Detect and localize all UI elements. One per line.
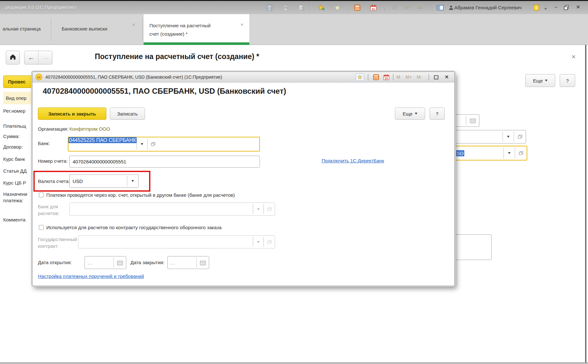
calendar-icon[interactable]: 31 <box>370 4 377 12</box>
maximize-dialog-icon[interactable] <box>432 74 440 81</box>
tab-separator <box>51 18 51 41</box>
corr-bank-field[interactable] <box>69 203 275 216</box>
svg-text:31: 31 <box>385 77 388 80</box>
memory-m-plus-button[interactable]: M+ <box>404 5 411 10</box>
organization-value[interactable]: Конфетпром ООО <box>69 126 110 132</box>
calculator-icon[interactable] <box>353 4 361 12</box>
dropdown-arrow-icon[interactable] <box>253 236 263 248</box>
home-button[interactable] <box>6 51 20 65</box>
calculator-icon[interactable] <box>372 74 380 81</box>
dropdown-arrow-icon[interactable] <box>503 130 514 143</box>
split-window-icon[interactable] <box>436 4 444 12</box>
form-label-contract: Договор: <box>3 144 23 150</box>
memory-m-plus-button[interactable]: M+ <box>405 74 412 80</box>
favorite-star-icon[interactable] <box>356 74 364 81</box>
memory-m-minus-button[interactable]: M- <box>417 74 422 80</box>
form-label-purpose-2: платежа: <box>3 198 23 203</box>
form-label-cb-rate: Курс ЦБ Р <box>3 180 26 186</box>
back-button[interactable]: ← <box>24 51 39 64</box>
page-title: Поступление на расчетный счет (создание)… <box>95 52 259 61</box>
open-date-field[interactable]: . . <box>85 256 126 269</box>
directbank-link[interactable]: Подключить 1С:ДиректБанк <box>322 158 384 163</box>
dialog-help-button[interactable]: ? <box>430 108 445 120</box>
active-tab-indicator <box>144 42 249 45</box>
currency-field[interactable]: USD <box>69 174 138 188</box>
chevron-down-icon <box>545 80 548 82</box>
dropdown-arrow-icon[interactable] <box>127 175 138 187</box>
open-record-icon[interactable] <box>147 137 158 151</box>
restore-button[interactable] <box>562 4 570 11</box>
chevron-down-icon[interactable] <box>542 5 549 13</box>
form-label-regnumber: Рег.номер <box>3 108 25 114</box>
corr-bank-label-2: расчетов: <box>38 211 59 216</box>
gov-contract-label-1: Государственный <box>38 237 77 242</box>
app-title: , редакция 3.0 (1С:Предприятие) <box>3 4 76 10</box>
svg-text:1С: 1С <box>37 75 41 79</box>
save-icon[interactable] <box>265 4 273 12</box>
form-label-purpose-1: Назначени <box>3 191 27 197</box>
account-number-label: Номер счета: <box>38 158 68 164</box>
history-nav-group: ← → <box>24 51 52 65</box>
save-and-close-button[interactable]: Записать и закрыть <box>38 108 106 120</box>
close-button[interactable]: ✕ <box>576 4 580 10</box>
page-more-button[interactable]: Еще <box>525 74 555 87</box>
forward-arrow-icon: → <box>42 54 49 61</box>
payment-orders-settings-link[interactable]: Настройка платежных поручений и требован… <box>38 273 144 279</box>
selected-text: SD <box>456 150 464 156</box>
toolbar-separator <box>432 4 432 11</box>
memory-m-button[interactable]: M <box>396 74 400 80</box>
dropdown-arrow-icon[interactable] <box>137 137 147 151</box>
form-label-comment: Коммента <box>3 217 25 222</box>
gov-contract-checkbox[interactable] <box>39 225 44 230</box>
toolbar-separator <box>530 4 530 11</box>
form-label-amount: Сумма: <box>3 134 20 139</box>
dialog-titlebar[interactable]: 1С 40702840000000005551, ПАО СБЕРБАНК, U… <box>32 72 454 82</box>
close-page-icon[interactable]: ✕ <box>571 54 576 60</box>
dropdown-arrow-icon[interactable] <box>504 146 515 160</box>
calendar-picker-icon[interactable] <box>197 256 209 269</box>
tab-bank-statements[interactable]: Банковские выписки ✕ <box>51 14 142 45</box>
tab-receipt-to-account[interactable]: Поступление на расчетный счет (создание)… <box>144 14 249 45</box>
tab-separator <box>142 18 143 41</box>
print-preview-icon[interactable] <box>298 4 305 12</box>
toolbar-separator <box>368 74 368 80</box>
account-number-field[interactable]: 40702840000000005551 <box>69 156 260 168</box>
memory-m-minus-button[interactable]: M- <box>418 5 423 10</box>
corr-bank-label-1: Банк для <box>38 204 58 209</box>
info-icon[interactable]: i <box>532 4 540 12</box>
bank-account-dialog: 1С 40702840000000005551, ПАО СБЕРБАНК, U… <box>32 72 455 286</box>
svg-text:i: i <box>536 5 537 10</box>
corr-account-checkbox[interactable] <box>39 193 44 197</box>
close-dialog-icon[interactable]: ✕ <box>445 74 449 80</box>
home-icon <box>10 54 16 61</box>
open-record-icon[interactable] <box>264 236 275 248</box>
dropdown-arrow-icon[interactable] <box>253 203 263 215</box>
toolbar-separator <box>385 4 385 11</box>
minimize-button[interactable]: – <box>555 4 557 10</box>
calendar-picker-icon[interactable] <box>114 256 126 269</box>
chevron-down-icon <box>415 113 417 115</box>
calendar-picker-icon[interactable] <box>466 115 479 126</box>
open-record-icon[interactable] <box>515 146 527 160</box>
open-record-icon[interactable] <box>514 130 526 143</box>
print-icon[interactable] <box>281 4 289 12</box>
calendar-icon[interactable]: 31 <box>382 74 390 81</box>
gov-contract-checkbox-label: Используется для расчетов по контракту г… <box>46 225 222 230</box>
save-button[interactable]: Записать <box>110 108 145 120</box>
gov-contract-field[interactable] <box>78 235 275 248</box>
window-right-border <box>585 45 586 364</box>
current-user-name[interactable]: Абрамов Геннадий Сергеевич <box>454 5 522 10</box>
open-record-icon[interactable] <box>264 203 275 215</box>
form-label-cashflow-item: Статья ДД <box>3 168 27 174</box>
close-tab-icon[interactable]: ✕ <box>240 22 244 27</box>
tab-home-page[interactable]: альная страница <box>0 14 51 45</box>
memory-m-button[interactable]: M <box>393 5 396 10</box>
dialog-more-button[interactable]: Еще <box>395 108 425 120</box>
add-favorite-icon[interactable] <box>317 4 325 12</box>
close-tab-icon[interactable]: ✕ <box>132 22 135 27</box>
forward-button[interactable]: → <box>39 51 52 64</box>
favorites-icon[interactable] <box>334 4 341 12</box>
page-help-button[interactable]: ? <box>560 74 575 87</box>
close-date-field[interactable]: . . <box>167 256 209 269</box>
bank-field[interactable]: 044525225 ПАО СБЕРБАНК <box>68 137 260 152</box>
